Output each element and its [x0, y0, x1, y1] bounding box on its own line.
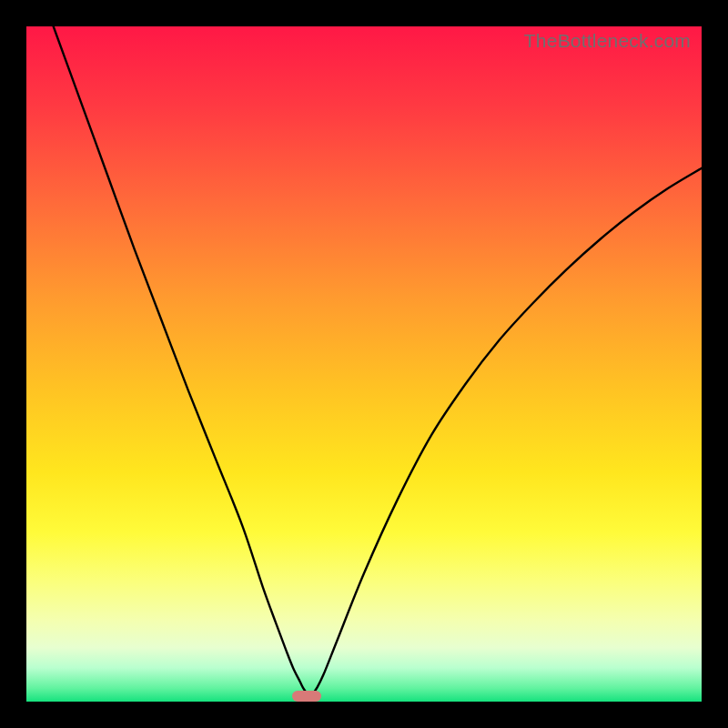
optimum-marker [292, 691, 320, 702]
plot-area: TheBottleneck.com [26, 26, 702, 702]
chart-frame: TheBottleneck.com [0, 0, 728, 728]
curve-path [54, 26, 702, 696]
bottleneck-curve [26, 26, 702, 702]
